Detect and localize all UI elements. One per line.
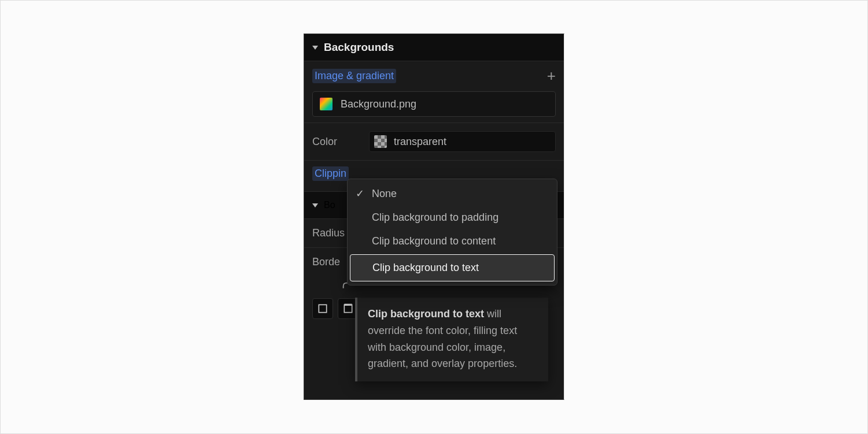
caret-down-icon [312,203,318,207]
svg-rect-0 [319,305,326,312]
option-label: Clip background to content [372,235,496,247]
caret-down-icon [312,46,318,50]
svg-rect-1 [344,305,352,312]
add-image-gradient-button[interactable]: + [547,68,556,83]
transparency-checker-icon [374,135,387,148]
color-value: transparent [394,136,446,148]
backgrounds-title: Backgrounds [324,41,394,54]
clip-option-content[interactable]: Clip background to content [348,229,557,253]
clipping-dropdown: None Clip background to padding Clip bac… [347,179,557,285]
clip-option-text[interactable]: Clip background to text [350,254,555,281]
clipping-label[interactable]: Clippin [312,166,349,181]
clip-option-tooltip: Clip background to text will override th… [355,298,548,381]
borders-title: Bo [324,200,335,210]
image-gradient-subsection: Image & gradient + Background.png [304,61,564,123]
background-file-row[interactable]: Background.png [312,91,556,117]
color-label: Color [312,136,354,148]
border-all-sides-button[interactable] [312,298,333,319]
image-gradient-label[interactable]: Image & gradient [312,69,396,83]
clip-option-padding[interactable]: Clip background to padding [348,206,557,229]
backgrounds-section-header[interactable]: Backgrounds [304,34,564,61]
background-thumbnail-icon [320,98,333,110]
option-label: Clip background to padding [372,212,498,224]
style-panel: Backgrounds Image & gradient + Backgroun… [304,34,564,400]
background-color-field[interactable]: transparent [369,131,556,152]
background-color-row: Color transparent [304,123,564,161]
tooltip-bold: Clip background to text [368,308,484,320]
clip-option-none[interactable]: None [348,181,557,206]
option-label: Clip background to text [372,262,479,274]
background-file-name: Background.png [341,98,416,110]
option-label: None [372,188,397,200]
